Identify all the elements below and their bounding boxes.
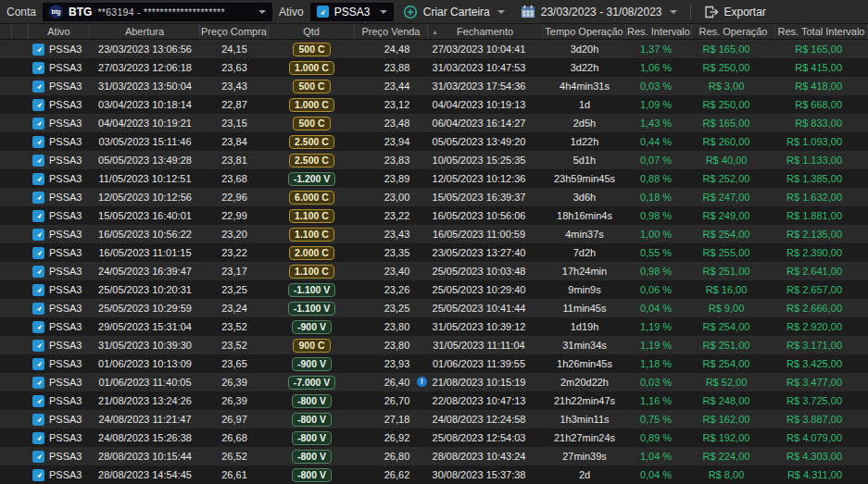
cell-preco-venda: 26,70 bbox=[384, 395, 410, 406]
table-row[interactable]: PSSA3 23/03/2023 13:06:56 24,15 500 C 24… bbox=[0, 40, 868, 58]
pssa3-logo-icon bbox=[32, 451, 44, 463]
table-row[interactable]: PSSA3 05/05/2023 13:49:28 23,81 2.500 C … bbox=[0, 151, 868, 169]
cell-spacer bbox=[12, 40, 29, 58]
table-row[interactable]: PSSA3 03/05/2023 15:11:46 23,84 2.500 C … bbox=[0, 132, 868, 151]
cell-expand bbox=[0, 465, 12, 484]
cell-preco-compra: 26,39 bbox=[200, 373, 269, 391]
cell-preco-venda-wrap: 23,83 bbox=[355, 151, 428, 169]
chevron-down-icon bbox=[380, 10, 387, 14]
column-header-preco-venda[interactable]: Preço Venda bbox=[355, 24, 428, 39]
cell-preco-venda: 23,22 bbox=[384, 210, 410, 221]
table-row[interactable]: PSSA3 31/05/2023 10:39:30 23,52 900 C 23… bbox=[0, 336, 868, 354]
cell-fechamento: 10/05/2023 15:25:35 bbox=[428, 151, 543, 169]
table-row[interactable]: PSSA3 25/05/2023 10:29:59 23,24 -1.100 V… bbox=[0, 299, 868, 317]
table-row[interactable]: PSSA3 27/03/2023 12:06:18 23,63 1.000 C … bbox=[0, 58, 868, 77]
table-row[interactable]: PSSA3 25/05/2023 10:20:31 23,25 -1.100 V… bbox=[0, 280, 868, 299]
table-row[interactable]: PSSA3 15/05/2023 16:40:01 22,99 1.100 C … bbox=[0, 206, 868, 225]
cell-expand bbox=[0, 151, 12, 169]
table-row[interactable]: PSSA3 16/05/2023 10:56:22 23,20 1.100 C … bbox=[0, 225, 868, 243]
export-button[interactable]: Exportar bbox=[701, 2, 769, 22]
column-header-ativo[interactable]: Ativo bbox=[29, 24, 90, 39]
cell-res-total-intervalo: R$ 1.133,00 bbox=[775, 151, 868, 169]
table-row[interactable]: PSSA3 31/03/2023 13:50:04 23,43 500 C 23… bbox=[0, 77, 868, 95]
cell-expand bbox=[0, 132, 12, 151]
pssa3-logo-icon bbox=[32, 118, 44, 130]
pssa3-logo-icon bbox=[32, 340, 44, 352]
cell-res-intervalo: 0,98 % bbox=[626, 206, 692, 225]
table-row[interactable]: PSSA3 01/06/2023 10:13:09 23,65 -900 V 2… bbox=[0, 354, 868, 373]
qtd-badge: 500 C bbox=[293, 80, 330, 93]
cell-preco-compra: 23,17 bbox=[200, 262, 269, 280]
pssa3-logo-icon bbox=[32, 266, 44, 278]
info-icon[interactable]: ! bbox=[417, 377, 427, 387]
cell-res-intervalo: 0,55 % bbox=[626, 243, 692, 262]
cell-res-intervalo: 1,09 % bbox=[626, 95, 692, 114]
cell-preco-compra: 22,99 bbox=[200, 206, 269, 225]
pssa3-logo-icon bbox=[32, 210, 44, 222]
cell-ativo-label: PSSA3 bbox=[49, 192, 82, 203]
date-range-picker[interactable]: 23/03/2023 - 31/08/2023 bbox=[518, 2, 680, 22]
cell-qtd: 1.100 C bbox=[269, 206, 355, 225]
table-row[interactable]: PSSA3 24/05/2023 16:39:47 23,17 1.100 C … bbox=[0, 262, 868, 280]
cell-res-operacao: R$ 249,00 bbox=[692, 206, 775, 225]
asset-select[interactable]: PSSA3 bbox=[310, 3, 394, 21]
table-row[interactable]: PSSA3 24/08/2023 11:21:47 26,97 -800 V 2… bbox=[0, 410, 868, 428]
toolbar-divider bbox=[690, 5, 691, 19]
table-row[interactable]: PSSA3 03/04/2023 10:18:14 22,87 1.000 C … bbox=[0, 95, 868, 114]
qtd-badge: 1.100 C bbox=[289, 228, 334, 242]
table-row[interactable]: PSSA3 28/08/2023 14:54:45 26,61 -800 V 2… bbox=[0, 465, 868, 484]
cell-ativo: PSSA3 bbox=[29, 151, 90, 169]
table-row[interactable]: PSSA3 16/05/2023 11:01:15 23,22 2.000 C … bbox=[0, 243, 868, 262]
cell-res-total-intervalo: R$ 415,00 bbox=[775, 58, 868, 77]
cell-preco-compra: 24,15 bbox=[200, 40, 269, 58]
table-row[interactable]: PSSA3 29/05/2023 15:31:04 23,52 -900 V 2… bbox=[0, 317, 868, 336]
column-header-preco-compra[interactable]: Preço Compra bbox=[200, 24, 269, 39]
cell-tempo-operacao: 2d5h bbox=[543, 114, 626, 132]
cell-preco-compra: 26,39 bbox=[200, 391, 269, 410]
cell-fechamento: 31/03/2023 17:54:36 bbox=[428, 77, 543, 95]
column-header-abertura[interactable]: Abertura bbox=[90, 24, 200, 39]
column-header-res-intervalo[interactable]: Res. Intervalo bbox=[626, 24, 692, 39]
table-row[interactable]: PSSA3 11/05/2023 10:12:51 23,68 -1.200 V… bbox=[0, 169, 868, 188]
cell-res-intervalo: 0,03 % bbox=[626, 77, 692, 95]
cell-res-operacao: R$ 192,00 bbox=[692, 428, 775, 447]
cell-preco-venda: 23,94 bbox=[384, 136, 410, 147]
qtd-badge: 1.100 C bbox=[289, 209, 334, 223]
table-row[interactable]: PSSA3 21/08/2023 13:24:26 26,39 -800 V 2… bbox=[0, 391, 868, 410]
cell-ativo: PSSA3 bbox=[29, 336, 90, 354]
column-header-res-total-intervalo[interactable]: Res. Total Intervalo bbox=[775, 24, 868, 39]
table-row[interactable]: PSSA3 28/08/2023 10:15:44 26,52 -800 V 2… bbox=[0, 447, 868, 465]
cell-ativo-label: PSSA3 bbox=[49, 266, 82, 277]
pssa3-logo-icon bbox=[32, 377, 44, 389]
pssa3-logo-icon bbox=[32, 229, 44, 241]
column-header-tempo-operacao[interactable]: Tempo Operação bbox=[543, 24, 626, 39]
account-broker: BTG bbox=[69, 6, 92, 19]
account-select[interactable]: btg BTG **63194 - ******************** bbox=[43, 3, 272, 21]
cell-preco-venda-wrap: 23,44 bbox=[355, 77, 428, 95]
create-portfolio-button[interactable]: Criar Carteira bbox=[400, 2, 508, 22]
cell-fechamento: 12/05/2023 10:12:36 bbox=[428, 169, 543, 188]
table-row[interactable]: PSSA3 01/06/2023 11:40:05 26,39 -7.000 V… bbox=[0, 373, 868, 391]
cell-preco-venda-wrap: 26,62 bbox=[355, 465, 428, 484]
cell-preco-compra: 26,97 bbox=[200, 410, 269, 428]
cell-ativo-label: PSSA3 bbox=[49, 210, 82, 221]
chevron-down-icon bbox=[497, 10, 505, 14]
table-row[interactable]: PSSA3 04/04/2023 10:19:21 23,15 500 C 23… bbox=[0, 114, 868, 132]
cell-tempo-operacao: 1d19h bbox=[543, 317, 626, 336]
cell-res-operacao: R$ 254,00 bbox=[692, 354, 775, 373]
column-header-res-operacao[interactable]: Res. Operação bbox=[692, 24, 775, 39]
cell-preco-compra: 23,68 bbox=[200, 169, 269, 188]
cell-ativo: PSSA3 bbox=[29, 262, 90, 280]
cell-ativo-label: PSSA3 bbox=[49, 432, 82, 443]
cell-res-intervalo: 0,06 % bbox=[626, 280, 692, 299]
cell-ativo: PSSA3 bbox=[29, 95, 90, 114]
qtd-badge: 6.000 C bbox=[289, 191, 334, 205]
cell-fechamento: 23/05/2023 13:27:40 bbox=[428, 243, 543, 262]
table-row[interactable]: PSSA3 12/05/2023 10:12:56 22,96 6.000 C … bbox=[0, 188, 868, 206]
column-header-qtd[interactable]: Qtd bbox=[269, 24, 355, 39]
cell-tempo-operacao: 17h24min bbox=[543, 262, 626, 280]
cell-abertura: 25/05/2023 10:20:31 bbox=[90, 280, 200, 299]
cell-tempo-operacao: 1d22h bbox=[543, 132, 626, 151]
table-row[interactable]: PSSA3 24/08/2023 15:26:38 26,68 -800 V 2… bbox=[0, 428, 868, 447]
column-header-fechamento[interactable]: ▲ Fechamento bbox=[428, 24, 543, 39]
